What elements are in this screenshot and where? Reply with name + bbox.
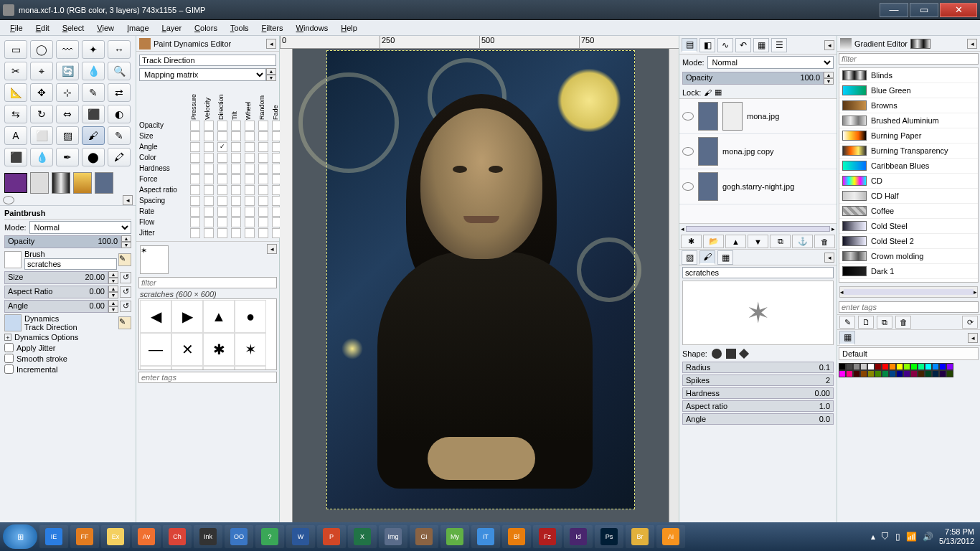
tool-button[interactable]: 🖌 [82,126,105,145]
gradient-item[interactable]: CD [839,174,978,189]
tab-brushes-icon[interactable]: 🖌 [699,250,715,265]
gradient-filter-input[interactable]: filter [839,53,979,65]
tray-shield-icon[interactable]: ⛉ [881,532,890,542]
palette-name[interactable]: Default [839,347,979,360]
tab-palette-icon[interactable]: ▦ [717,250,733,265]
taskbar-app[interactable]: Br [626,525,654,548]
matrix-cell[interactable] [231,217,241,227]
matrix-cell[interactable] [258,153,268,163]
tool-button[interactable]: ⬜ [30,126,53,145]
matrix-cell[interactable] [258,185,268,195]
palette-color[interactable] [875,363,882,370]
brush-param-row[interactable]: Hardness0.00 [682,387,834,399]
palette-color[interactable] [882,363,889,370]
brush-item[interactable]: ● [140,366,171,370]
taskbar-app[interactable]: Ex [101,525,130,548]
start-button[interactable]: ⊞ [3,524,37,549]
matrix-cell[interactable] [231,153,241,163]
brush-item[interactable]: ✦ [171,366,203,370]
layer-down-button[interactable]: ▼ [748,235,768,248]
tool-button[interactable]: 🔄 [56,62,79,80]
foreground-color-swatch[interactable] [4,173,27,193]
aspect-slider[interactable]: Aspect Ratio 0.00 [4,286,108,298]
taskbar-app[interactable]: OO [225,525,253,548]
menu-filters[interactable]: Filters [256,22,289,34]
brush-item[interactable]: · [203,366,235,370]
opacity-stepper[interactable]: ▲▼ [121,235,131,248]
taskbar-app[interactable]: P [317,525,346,548]
matrix-cell[interactable] [245,185,255,195]
active-image-thumb[interactable] [95,172,113,194]
tool-button[interactable]: 💧 [82,62,105,80]
gradient-preview-swatch[interactable] [73,172,92,194]
panel-menu-icon[interactable]: ◂ [968,333,978,343]
incremental-checkbox[interactable] [4,364,14,374]
brush-name-input[interactable] [24,258,117,270]
pattern-preview-swatch[interactable] [52,172,70,194]
palette-color[interactable] [875,370,882,377]
brush-item[interactable]: — [140,333,171,366]
brush-item[interactable]: ◀ [140,300,171,333]
palette-color[interactable] [889,363,896,370]
matrix-cell[interactable] [217,131,227,141]
tab-texture-icon[interactable]: ▨ [682,250,697,265]
palette-color[interactable] [882,370,889,377]
matrix-cell[interactable] [231,185,241,195]
system-clock[interactable]: 7:58 PM 5/13/2012 [939,527,977,546]
matrix-cell[interactable] [204,207,214,217]
tool-button[interactable]: ⇄ [108,83,131,102]
palette-color[interactable] [925,363,932,370]
matrix-cell[interactable] [204,142,214,152]
new-gradient-button[interactable]: 🗋 [858,316,874,329]
edit-dynamics-icon[interactable]: ✎ [118,316,131,329]
gradient-scrollbar[interactable] [844,289,974,295]
layer-up-button[interactable]: ▲ [725,235,746,248]
matrix-cell[interactable] [258,164,268,174]
tool-button[interactable]: ⇆ [4,105,27,123]
gradient-item[interactable]: CD Half [839,189,978,204]
matrix-cell[interactable] [245,142,255,152]
palette-color[interactable] [853,363,860,370]
layer-thumb[interactable] [698,102,718,131]
tray-show-hidden-icon[interactable]: ▴ [871,532,875,542]
scrollbar-vertical[interactable] [669,49,679,522]
menu-help[interactable]: Help [335,22,363,34]
tray-network-icon[interactable]: 📶 [906,532,917,542]
mode-select[interactable]: Normal [29,221,131,234]
tool-button[interactable]: ✎ [108,126,131,145]
matrix-cell[interactable] [231,121,241,131]
layer-scrollbar[interactable] [686,226,830,232]
taskbar-app[interactable]: Gi [410,525,438,548]
expand-icon[interactable]: + [4,334,11,341]
matrix-cell[interactable] [204,196,214,206]
tab-palettes-icon[interactable]: ▦ [839,331,855,345]
tool-button[interactable]: 📐 [4,83,27,102]
menu-view[interactable]: View [91,22,120,34]
layer-item[interactable]: gogh.starry-night.jpg [679,169,837,204]
brush-param-row[interactable]: Angle0.0 [682,413,834,425]
matrix-cell[interactable] [190,142,200,152]
matrix-cell[interactable] [245,217,255,227]
delete-gradient-button[interactable]: 🗑 [895,316,911,329]
palette-color[interactable] [903,370,910,377]
matrix-cell[interactable] [204,228,214,238]
matrix-cell[interactable] [245,153,255,163]
taskbar-app[interactable]: IE [39,525,68,548]
palette-color[interactable] [896,370,903,377]
matrix-cell[interactable] [204,131,214,141]
palette-color[interactable] [839,370,846,377]
gradient-tags-input[interactable]: enter tags [839,301,979,313]
palette-color[interactable] [839,363,846,370]
matrix-cell[interactable] [217,185,227,195]
gradient-item[interactable]: Blue Green [839,83,978,98]
matrix-cell[interactable] [245,207,255,217]
reset-aspect-icon[interactable]: ↺ [120,286,131,298]
tool-button[interactable]: ⬛ [82,105,105,123]
menu-file[interactable]: File [4,22,29,34]
taskbar-app[interactable]: Bl [502,525,531,548]
matrix-cell[interactable] [190,207,200,217]
matrix-cell[interactable] [190,228,200,238]
matrix-cell[interactable] [204,153,214,163]
brush-param-row[interactable]: Aspect ratio1.0 [682,400,834,412]
tool-button[interactable]: 💧 [30,148,53,166]
